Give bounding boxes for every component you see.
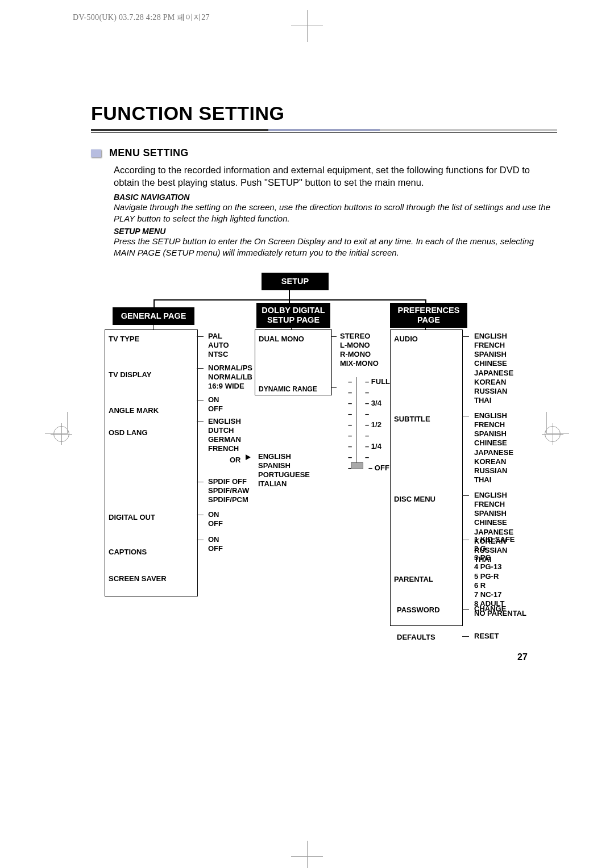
page-number: 27 [517, 652, 528, 662]
opt-sub-english: ENGLISH [471, 411, 513, 420]
arrow-right-icon [246, 454, 251, 460]
opt-sub-korean: KOREAN [471, 457, 513, 466]
basic-nav-body: Navigate through the setting on the scre… [114, 202, 557, 225]
opt-audio-japanese: JAPANESE [471, 369, 513, 378]
setup-menu-body: Press the SETUP button to enter the On S… [114, 236, 557, 259]
captions-label: CAPTIONS [105, 546, 197, 557]
pref-line1: PREFERENCES [398, 306, 460, 315]
setup-menu-head: SETUP MENU [114, 227, 557, 236]
opt-osd-or-spanish: SPANISH [255, 461, 310, 470]
opt-ss-on: ON [205, 535, 223, 544]
opt-par-2: 2 G [471, 544, 526, 553]
opt-osd-french: FRENCH [205, 444, 241, 453]
opt-rmono: R-MONO [337, 350, 379, 359]
opt-disc-chinese: CHINESE [471, 518, 513, 527]
opt-dr-full: FULL [371, 377, 390, 386]
opt-dr-34: 3/4 [371, 399, 381, 407]
digital-out-options: SPDIF OFF SPDIF/RAW SPDIF/PCM [205, 477, 249, 505]
opt-password-change: CHANGE [471, 604, 506, 614]
opt-osd-german: GERMAN [205, 435, 241, 444]
opt-par-7: 7 NC-17 [471, 590, 526, 599]
tv-type-options: PAL AUTO NTSC [205, 332, 229, 360]
opt-par-5: 5 PG-R [471, 572, 526, 581]
opt-sub-japanese: JAPANESE [471, 448, 513, 457]
opt-169wide: 16:9 WIDE [205, 382, 252, 391]
tv-display-options: NORMAL/PS NORMAL/LB 16:9 WIDE [205, 364, 252, 391]
opt-audio-french: FRENCH [471, 341, 513, 350]
opt-osd-english: ENGLISH [205, 417, 241, 426]
opt-ss-off: OFF [205, 544, 223, 553]
opt-sub-chinese: CHINESE [471, 439, 513, 448]
tv-type-label: TV TYPE [105, 333, 197, 344]
opt-par-1: 1 KID SAFE [471, 535, 526, 544]
opt-dr-12: 1/2 [371, 420, 381, 429]
captions-options: ON OFF [205, 510, 223, 529]
opt-auto: AUTO [205, 341, 229, 350]
or-label: OR [226, 456, 241, 465]
dynamic-range-label: DYNAMIC RANGE [255, 384, 331, 394]
angle-mark-label: ANGLE MARK [105, 405, 197, 416]
preferences-column: AUDIO SUBTITLE DISC MENU PARENTAL [390, 329, 463, 626]
preferences-page-node: PREFERENCES PAGE [390, 303, 467, 328]
opt-pal: PAL [205, 332, 229, 341]
opt-spdif-off: SPDIF OFF [205, 477, 249, 486]
osd-lang-or-options: ENGLISH SPANISH PORTUGUESE ITALIAN [255, 452, 310, 489]
general-page-node: GENERAL PAGE [113, 307, 194, 325]
subhead-icon [91, 149, 101, 157]
opt-stereo: STEREO [337, 332, 379, 341]
angle-mark-options: ON OFF [205, 395, 223, 414]
intro-text: According to the recorded information an… [114, 164, 557, 189]
opt-sub-spanish: SPANISH [471, 429, 513, 439]
dolby-line1: DOLBY DIGITAL [262, 306, 325, 315]
digital-out-label: DIGITAL OUT [105, 512, 197, 523]
defaults-label: DEFAULTS [393, 632, 435, 642]
general-column: TV TYPE TV DISPLAY ANGLE MARK OSD LANG D… [105, 329, 198, 596]
dual-mono-options: STEREO L-MONO R-MONO MIX-MONO [337, 332, 379, 369]
opt-osd-or-portuguese: PORTUGUESE [255, 470, 310, 479]
opt-anglemark-on: ON [205, 395, 223, 404]
audio-label: AUDIO [391, 333, 462, 344]
opt-disc-spanish: SPANISH [471, 509, 513, 518]
tv-display-label: TV DISPLAY [105, 369, 197, 380]
opt-sub-russian: RUSSIAN [471, 466, 513, 475]
opt-audio-russian: RUSSIAN [471, 387, 513, 396]
dolby-page-node: DOLBY DIGITAL SETUP PAGE [256, 303, 330, 328]
opt-osd-or-italian: ITALIAN [255, 479, 310, 489]
opt-audio-chinese: CHINESE [471, 359, 513, 368]
opt-normalps: NORMAL/PS [205, 364, 252, 373]
opt-normallb: NORMAL/LB [205, 373, 252, 382]
setup-node: SETUP [262, 273, 329, 290]
subtitle-options: ENGLISH FRENCH SPANISH CHINESE JAPANESE … [471, 411, 513, 485]
opt-spdif-raw: SPDIF/RAW [205, 486, 249, 495]
opt-par-6: 6 R [471, 581, 526, 590]
opt-mixmono: MIX-MONO [337, 359, 379, 368]
opt-captions-off: OFF [205, 519, 223, 528]
opt-sub-thai: THAI [471, 475, 513, 485]
osd-lang-options: ENGLISH DUTCH GERMAN FRENCH [205, 417, 241, 454]
doc-header-meta: DV-500(UK) 03.7.28 4:28 PM 페이지27 [73, 12, 210, 23]
basic-nav-head: BASIC NAVIGATION [114, 193, 557, 202]
opt-audio-spanish: SPANISH [471, 350, 513, 359]
disc-menu-label: DISC MENU [391, 494, 462, 504]
opt-anglemark-off: OFF [205, 404, 223, 414]
opt-disc-french: FRENCH [471, 500, 513, 509]
opt-audio-korean: KOREAN [471, 378, 513, 387]
opt-lmono: L-MONO [337, 341, 379, 350]
opt-par-3: 3 PG [471, 553, 526, 562]
screen-saver-label: SCREEN SAVER [105, 573, 197, 584]
screen-saver-options: ON OFF [205, 535, 223, 554]
dual-mono-label: DUAL MONO [255, 333, 331, 344]
dolby-column: DUAL MONO DYNAMIC RANGE [255, 329, 332, 395]
opt-osd-or-english: ENGLISH [255, 452, 310, 461]
title-rule [91, 129, 557, 135]
opt-audio-thai: THAI [471, 396, 513, 405]
opt-ntsc: NTSC [205, 350, 229, 359]
opt-dr-off: OFF [375, 464, 389, 472]
password-label: PASSWORD [393, 604, 440, 615]
opt-audio-english: ENGLISH [471, 332, 513, 341]
dolby-line2: SETUP PAGE [267, 315, 320, 324]
subheading: MENU SETTING [109, 147, 189, 159]
opt-dr-14: 1/4 [371, 442, 381, 450]
opt-captions-on: ON [205, 510, 223, 519]
setup-menu-diagram: SETUP GENERAL PAGE DOLBY DIGITAL SETUP P… [97, 273, 557, 750]
